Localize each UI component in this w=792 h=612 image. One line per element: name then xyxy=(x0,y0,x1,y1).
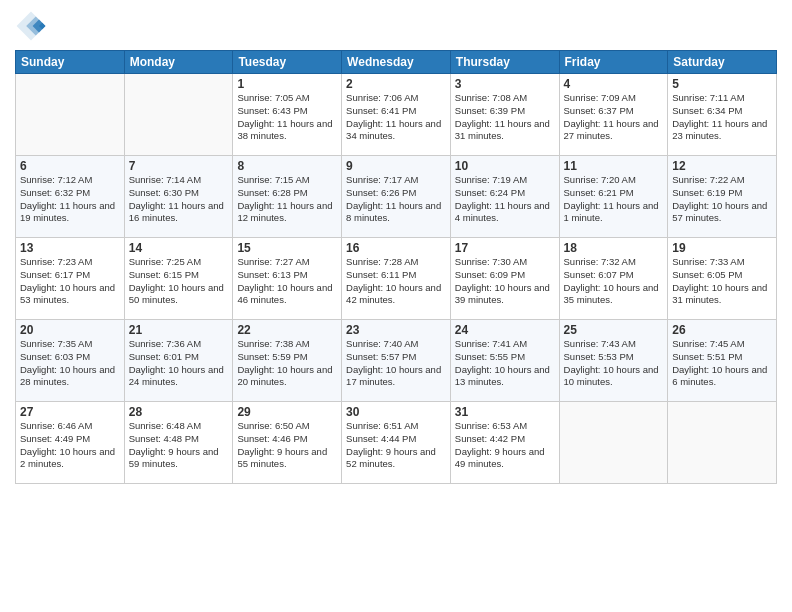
calendar-cell xyxy=(559,402,668,484)
day-number: 28 xyxy=(129,405,229,419)
day-number: 12 xyxy=(672,159,772,173)
day-content: Sunrise: 7:11 AM Sunset: 6:34 PM Dayligh… xyxy=(672,92,772,143)
day-content: Sunrise: 7:30 AM Sunset: 6:09 PM Dayligh… xyxy=(455,256,555,307)
day-number: 11 xyxy=(564,159,664,173)
calendar-cell: 2Sunrise: 7:06 AM Sunset: 6:41 PM Daylig… xyxy=(342,74,451,156)
calendar-cell: 20Sunrise: 7:35 AM Sunset: 6:03 PM Dayli… xyxy=(16,320,125,402)
day-number: 4 xyxy=(564,77,664,91)
day-number: 15 xyxy=(237,241,337,255)
logo-icon xyxy=(15,10,47,42)
day-content: Sunrise: 7:17 AM Sunset: 6:26 PM Dayligh… xyxy=(346,174,446,225)
day-number: 23 xyxy=(346,323,446,337)
day-number: 6 xyxy=(20,159,120,173)
day-number: 3 xyxy=(455,77,555,91)
day-number: 7 xyxy=(129,159,229,173)
day-content: Sunrise: 7:32 AM Sunset: 6:07 PM Dayligh… xyxy=(564,256,664,307)
day-header-monday: Monday xyxy=(124,51,233,74)
calendar-cell: 28Sunrise: 6:48 AM Sunset: 4:48 PM Dayli… xyxy=(124,402,233,484)
day-number: 29 xyxy=(237,405,337,419)
day-content: Sunrise: 7:36 AM Sunset: 6:01 PM Dayligh… xyxy=(129,338,229,389)
calendar-cell: 23Sunrise: 7:40 AM Sunset: 5:57 PM Dayli… xyxy=(342,320,451,402)
day-content: Sunrise: 7:20 AM Sunset: 6:21 PM Dayligh… xyxy=(564,174,664,225)
calendar-cell: 17Sunrise: 7:30 AM Sunset: 6:09 PM Dayli… xyxy=(450,238,559,320)
calendar-week-3: 13Sunrise: 7:23 AM Sunset: 6:17 PM Dayli… xyxy=(16,238,777,320)
day-number: 8 xyxy=(237,159,337,173)
day-content: Sunrise: 7:14 AM Sunset: 6:30 PM Dayligh… xyxy=(129,174,229,225)
page: SundayMondayTuesdayWednesdayThursdayFrid… xyxy=(0,0,792,612)
day-number: 13 xyxy=(20,241,120,255)
day-number: 21 xyxy=(129,323,229,337)
day-number: 20 xyxy=(20,323,120,337)
day-header-saturday: Saturday xyxy=(668,51,777,74)
calendar-cell: 30Sunrise: 6:51 AM Sunset: 4:44 PM Dayli… xyxy=(342,402,451,484)
calendar-cell: 26Sunrise: 7:45 AM Sunset: 5:51 PM Dayli… xyxy=(668,320,777,402)
day-number: 27 xyxy=(20,405,120,419)
day-content: Sunrise: 7:35 AM Sunset: 6:03 PM Dayligh… xyxy=(20,338,120,389)
day-number: 24 xyxy=(455,323,555,337)
day-content: Sunrise: 7:45 AM Sunset: 5:51 PM Dayligh… xyxy=(672,338,772,389)
calendar-cell: 14Sunrise: 7:25 AM Sunset: 6:15 PM Dayli… xyxy=(124,238,233,320)
calendar-cell xyxy=(16,74,125,156)
calendar-cell: 6Sunrise: 7:12 AM Sunset: 6:32 PM Daylig… xyxy=(16,156,125,238)
day-number: 9 xyxy=(346,159,446,173)
day-content: Sunrise: 6:46 AM Sunset: 4:49 PM Dayligh… xyxy=(20,420,120,471)
day-content: Sunrise: 7:12 AM Sunset: 6:32 PM Dayligh… xyxy=(20,174,120,225)
day-content: Sunrise: 7:33 AM Sunset: 6:05 PM Dayligh… xyxy=(672,256,772,307)
day-number: 14 xyxy=(129,241,229,255)
day-header-tuesday: Tuesday xyxy=(233,51,342,74)
header xyxy=(15,10,777,42)
day-number: 19 xyxy=(672,241,772,255)
calendar-week-4: 20Sunrise: 7:35 AM Sunset: 6:03 PM Dayli… xyxy=(16,320,777,402)
day-number: 16 xyxy=(346,241,446,255)
calendar-cell xyxy=(124,74,233,156)
day-content: Sunrise: 7:28 AM Sunset: 6:11 PM Dayligh… xyxy=(346,256,446,307)
day-content: Sunrise: 7:19 AM Sunset: 6:24 PM Dayligh… xyxy=(455,174,555,225)
day-number: 18 xyxy=(564,241,664,255)
calendar-table: SundayMondayTuesdayWednesdayThursdayFrid… xyxy=(15,50,777,484)
calendar-cell: 25Sunrise: 7:43 AM Sunset: 5:53 PM Dayli… xyxy=(559,320,668,402)
day-content: Sunrise: 7:06 AM Sunset: 6:41 PM Dayligh… xyxy=(346,92,446,143)
calendar-week-1: 1Sunrise: 7:05 AM Sunset: 6:43 PM Daylig… xyxy=(16,74,777,156)
calendar-cell: 4Sunrise: 7:09 AM Sunset: 6:37 PM Daylig… xyxy=(559,74,668,156)
day-content: Sunrise: 6:50 AM Sunset: 4:46 PM Dayligh… xyxy=(237,420,337,471)
day-content: Sunrise: 7:38 AM Sunset: 5:59 PM Dayligh… xyxy=(237,338,337,389)
calendar-cell: 18Sunrise: 7:32 AM Sunset: 6:07 PM Dayli… xyxy=(559,238,668,320)
day-number: 31 xyxy=(455,405,555,419)
day-content: Sunrise: 6:51 AM Sunset: 4:44 PM Dayligh… xyxy=(346,420,446,471)
calendar-cell: 31Sunrise: 6:53 AM Sunset: 4:42 PM Dayli… xyxy=(450,402,559,484)
calendar-cell: 15Sunrise: 7:27 AM Sunset: 6:13 PM Dayli… xyxy=(233,238,342,320)
calendar-header-row: SundayMondayTuesdayWednesdayThursdayFrid… xyxy=(16,51,777,74)
calendar-cell: 24Sunrise: 7:41 AM Sunset: 5:55 PM Dayli… xyxy=(450,320,559,402)
day-number: 17 xyxy=(455,241,555,255)
day-content: Sunrise: 6:53 AM Sunset: 4:42 PM Dayligh… xyxy=(455,420,555,471)
calendar-cell: 21Sunrise: 7:36 AM Sunset: 6:01 PM Dayli… xyxy=(124,320,233,402)
day-content: Sunrise: 7:27 AM Sunset: 6:13 PM Dayligh… xyxy=(237,256,337,307)
day-number: 2 xyxy=(346,77,446,91)
calendar-cell: 7Sunrise: 7:14 AM Sunset: 6:30 PM Daylig… xyxy=(124,156,233,238)
day-content: Sunrise: 7:41 AM Sunset: 5:55 PM Dayligh… xyxy=(455,338,555,389)
calendar-cell: 29Sunrise: 6:50 AM Sunset: 4:46 PM Dayli… xyxy=(233,402,342,484)
calendar-cell: 3Sunrise: 7:08 AM Sunset: 6:39 PM Daylig… xyxy=(450,74,559,156)
day-header-friday: Friday xyxy=(559,51,668,74)
calendar-cell: 5Sunrise: 7:11 AM Sunset: 6:34 PM Daylig… xyxy=(668,74,777,156)
day-content: Sunrise: 7:43 AM Sunset: 5:53 PM Dayligh… xyxy=(564,338,664,389)
calendar-week-2: 6Sunrise: 7:12 AM Sunset: 6:32 PM Daylig… xyxy=(16,156,777,238)
day-header-thursday: Thursday xyxy=(450,51,559,74)
day-content: Sunrise: 7:05 AM Sunset: 6:43 PM Dayligh… xyxy=(237,92,337,143)
day-content: Sunrise: 7:40 AM Sunset: 5:57 PM Dayligh… xyxy=(346,338,446,389)
calendar-cell: 9Sunrise: 7:17 AM Sunset: 6:26 PM Daylig… xyxy=(342,156,451,238)
day-content: Sunrise: 6:48 AM Sunset: 4:48 PM Dayligh… xyxy=(129,420,229,471)
day-number: 1 xyxy=(237,77,337,91)
day-content: Sunrise: 7:09 AM Sunset: 6:37 PM Dayligh… xyxy=(564,92,664,143)
day-content: Sunrise: 7:15 AM Sunset: 6:28 PM Dayligh… xyxy=(237,174,337,225)
day-header-wednesday: Wednesday xyxy=(342,51,451,74)
day-number: 25 xyxy=(564,323,664,337)
calendar-cell: 22Sunrise: 7:38 AM Sunset: 5:59 PM Dayli… xyxy=(233,320,342,402)
day-number: 26 xyxy=(672,323,772,337)
day-content: Sunrise: 7:22 AM Sunset: 6:19 PM Dayligh… xyxy=(672,174,772,225)
calendar-cell: 1Sunrise: 7:05 AM Sunset: 6:43 PM Daylig… xyxy=(233,74,342,156)
calendar-cell: 13Sunrise: 7:23 AM Sunset: 6:17 PM Dayli… xyxy=(16,238,125,320)
calendar-cell xyxy=(668,402,777,484)
calendar-week-5: 27Sunrise: 6:46 AM Sunset: 4:49 PM Dayli… xyxy=(16,402,777,484)
day-number: 30 xyxy=(346,405,446,419)
